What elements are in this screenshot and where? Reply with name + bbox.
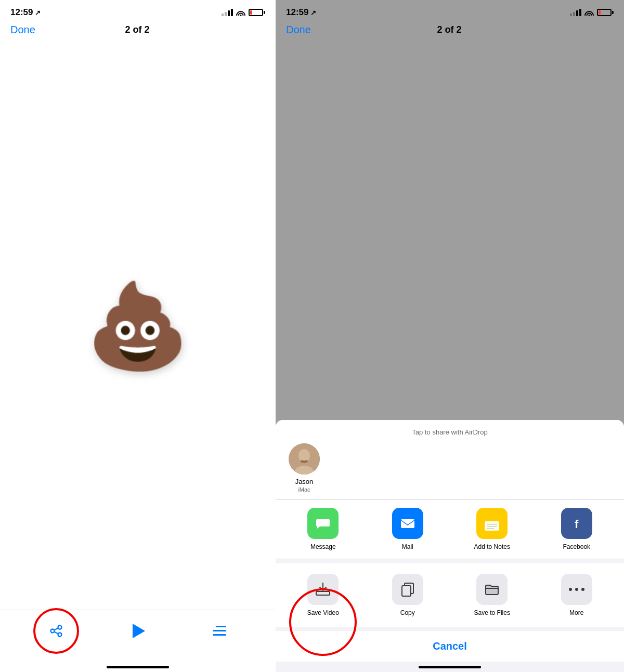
facebook-icon: f bbox=[561, 508, 592, 539]
content-left: 💩 bbox=[0, 42, 276, 610]
app-item-mail[interactable]: Mail bbox=[366, 508, 450, 550]
page-title-right: 2 of 2 bbox=[437, 24, 461, 35]
messages-label: Message bbox=[310, 543, 336, 550]
airdrop-person-jason[interactable]: Jason iMac bbox=[286, 443, 322, 493]
play-button[interactable] bbox=[125, 618, 151, 644]
done-button-right[interactable]: Done bbox=[286, 24, 311, 36]
notes-label: Add to Notes bbox=[474, 543, 510, 550]
mail-label: Mail bbox=[402, 543, 413, 550]
battery-icon-left bbox=[249, 9, 265, 16]
play-icon bbox=[133, 624, 145, 638]
svg-rect-16 bbox=[402, 586, 411, 596]
save-video-label: Save Video bbox=[307, 609, 339, 616]
time-left: 12:59 ↗ bbox=[10, 7, 41, 18]
home-bar-right bbox=[419, 666, 481, 668]
svg-rect-14 bbox=[316, 591, 330, 595]
right-panel: 12:59 ↗ Done 2 of 2 💩 bbox=[276, 0, 624, 672]
svg-rect-6 bbox=[401, 519, 414, 528]
clock-left: 12:59 bbox=[10, 7, 33, 18]
mail-icon bbox=[392, 508, 423, 539]
airdrop-device-jason: iMac bbox=[298, 486, 310, 493]
svg-point-18 bbox=[575, 588, 578, 591]
svg-text:f: f bbox=[575, 518, 579, 531]
status-bar-left: 12:59 ↗ bbox=[0, 0, 276, 22]
airdrop-avatar-jason bbox=[289, 443, 320, 475]
list-icon bbox=[213, 626, 226, 636]
save-to-files-label: Save to Files bbox=[474, 609, 510, 616]
page-title-left: 2 of 2 bbox=[125, 24, 149, 35]
location-icon-right: ↗ bbox=[310, 9, 316, 17]
action-copy[interactable]: Copy bbox=[366, 568, 450, 623]
status-icons-right bbox=[570, 9, 614, 16]
home-indicator-left bbox=[0, 662, 276, 672]
wifi-icon-right bbox=[584, 9, 594, 16]
save-to-files-icon-box bbox=[476, 574, 508, 605]
signal-icon-right bbox=[570, 9, 581, 16]
copy-label: Copy bbox=[400, 609, 415, 616]
action-save-video[interactable]: Save Video bbox=[281, 568, 366, 623]
done-button-left[interactable]: Done bbox=[10, 24, 35, 36]
action-more[interactable]: More bbox=[535, 568, 619, 623]
facebook-label: Facebook bbox=[563, 543, 590, 550]
poop-emoji: 💩 bbox=[86, 284, 190, 367]
status-icons-left bbox=[222, 9, 265, 16]
battery-icon-right bbox=[597, 9, 614, 16]
list-button[interactable] bbox=[206, 618, 232, 644]
svg-rect-8 bbox=[485, 521, 499, 531]
app-item-notes[interactable]: Add to Notes bbox=[450, 508, 535, 550]
signal-icon-left bbox=[222, 9, 233, 16]
share-button[interactable] bbox=[43, 618, 69, 644]
messages-icon bbox=[307, 508, 339, 539]
copy-icon-box bbox=[392, 574, 423, 605]
app-item-messages[interactable]: Message bbox=[281, 508, 366, 550]
airdrop-name-jason: Jason bbox=[295, 478, 314, 485]
action-row: Save Video Copy bbox=[276, 563, 624, 627]
share-sheet: Tap to share with AirDrop bbox=[276, 420, 624, 672]
bottom-toolbar-left bbox=[0, 610, 276, 662]
airdrop-contacts: Jason iMac bbox=[286, 443, 614, 493]
svg-point-19 bbox=[581, 588, 584, 591]
location-icon-left: ↗ bbox=[35, 9, 41, 17]
status-bar-right: 12:59 ↗ bbox=[276, 0, 624, 22]
more-icon-box bbox=[561, 574, 592, 605]
action-save-to-files[interactable]: Save to Files bbox=[450, 568, 535, 623]
right-content-area: 💩 Tap to share with AirDrop bbox=[276, 42, 624, 672]
home-bar-left bbox=[107, 666, 169, 668]
left-panel: 12:59 ↗ Done 2 of 2 💩 bbox=[0, 0, 276, 672]
cancel-button[interactable]: Cancel bbox=[276, 631, 624, 662]
clock-right: 12:59 bbox=[286, 7, 308, 18]
airdrop-label: Tap to share with AirDrop bbox=[286, 428, 614, 436]
more-label: More bbox=[569, 609, 583, 616]
time-right: 12:59 ↗ bbox=[286, 7, 316, 18]
svg-point-17 bbox=[569, 588, 572, 591]
wifi-icon-left bbox=[236, 9, 245, 16]
notes-icon bbox=[476, 508, 508, 539]
nav-bar-right: Done 2 of 2 bbox=[276, 22, 624, 42]
save-video-icon-box bbox=[307, 574, 339, 605]
airdrop-section[interactable]: Tap to share with AirDrop bbox=[276, 420, 624, 499]
app-item-facebook[interactable]: f Facebook bbox=[535, 508, 619, 550]
home-indicator-right bbox=[276, 662, 624, 672]
nav-bar-left: Done 2 of 2 bbox=[0, 22, 276, 42]
app-row: Message Mail bbox=[276, 499, 624, 559]
